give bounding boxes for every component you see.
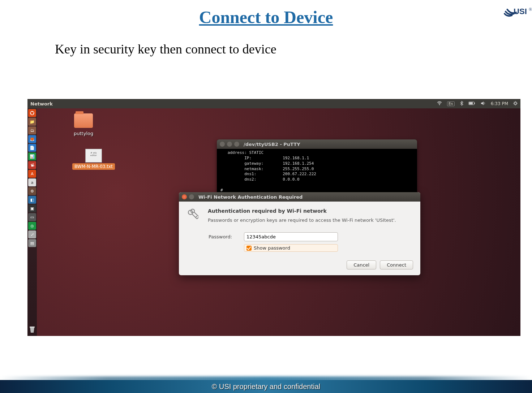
settings-icon[interactable]: ⚙	[28, 187, 36, 195]
svg-rect-3	[474, 103, 475, 104]
window-max-icon[interactable]	[234, 142, 239, 147]
files2-icon[interactable]: 🗂	[28, 126, 36, 134]
topbar-indicators: En 6:33 PM	[437, 101, 518, 107]
firefox-icon[interactable]: 🦊	[28, 135, 36, 143]
app-a-icon[interactable]: a	[28, 178, 36, 186]
svg-line-11	[516, 104, 517, 105]
password-label: Password:	[209, 234, 244, 239]
unity-launcher: 📁 🗂 🦊 📄 📊 📽 A a ⚙ ◧ ▣ ▭ ◎ ⤢ ▤	[27, 108, 37, 336]
dialog-close-icon[interactable]	[182, 194, 187, 199]
drive-icon[interactable]: ▤	[28, 239, 36, 247]
desktop-file[interactable]: # wla editor BWM-N-MR-03.txt	[72, 149, 115, 170]
topbar-title: Network	[30, 101, 53, 107]
desktop-topbar: Network En 6:33 PM	[27, 99, 520, 108]
connect-button[interactable]: Connect	[380, 260, 413, 269]
checkbox-checked-icon	[246, 246, 252, 251]
battery-icon[interactable]	[468, 101, 476, 106]
file-label: BWM-N-MR-03.txt	[72, 163, 115, 170]
software-icon[interactable]: A	[28, 170, 36, 178]
svg-point-16	[30, 113, 31, 115]
terminal-icon[interactable]: ▣	[28, 204, 36, 212]
cancel-button[interactable]: Cancel	[347, 260, 376, 269]
bluetooth-icon[interactable]	[460, 101, 463, 107]
window-close-icon[interactable]	[220, 142, 225, 147]
wifi-icon[interactable]	[437, 101, 442, 107]
impress-icon[interactable]: 📽	[28, 161, 36, 169]
password-input[interactable]	[244, 232, 338, 241]
svg-rect-18	[30, 327, 35, 328]
language-indicator[interactable]: En	[447, 102, 455, 106]
writer-icon[interactable]: 📄	[28, 144, 36, 152]
svg-rect-4	[469, 102, 473, 104]
window-min-icon[interactable]	[227, 142, 232, 147]
trash-icon[interactable]	[29, 326, 35, 333]
gear-icon[interactable]	[513, 101, 518, 107]
usi-logo: USI ®	[503, 4, 532, 19]
svg-line-12	[516, 102, 517, 102]
ubuntu-screenshot: Network En 6:33 PM 📁 🗂 🦊 📄	[27, 99, 520, 336]
auth-title-text: Wi-Fi Network Authentication Required	[198, 194, 303, 200]
show-password-label: Show password	[254, 245, 290, 251]
calc-icon[interactable]: 📊	[28, 152, 36, 160]
svg-line-10	[514, 102, 514, 102]
wifi-auth-dialog: Wi-Fi Network Authentication Required	[179, 192, 420, 275]
clock[interactable]: 6:33 PM	[491, 101, 508, 106]
folder-icon	[74, 113, 93, 128]
slide-title: Connect to Device	[0, 7, 532, 27]
registered-mark: ®	[529, 7, 532, 12]
svg-point-17	[33, 113, 34, 115]
app-grey-icon[interactable]: ▭	[28, 213, 36, 221]
usi-logo-icon: USI	[503, 4, 529, 19]
keys-icon	[186, 208, 201, 224]
svg-point-1	[439, 104, 440, 105]
dash-icon[interactable]	[28, 109, 36, 117]
dialog-min-icon[interactable]	[189, 194, 194, 199]
app-expand-icon[interactable]: ⤢	[28, 230, 36, 238]
show-password-toggle[interactable]: Show password	[244, 244, 338, 252]
svg-point-5	[514, 102, 516, 104]
svg-point-15	[32, 111, 33, 112]
folder-label: puttylog	[74, 131, 93, 136]
desktop-folder[interactable]: puttylog	[74, 113, 93, 136]
auth-titlebar[interactable]: Wi-Fi Network Authentication Required	[179, 192, 420, 202]
svg-line-13	[514, 104, 514, 105]
files-icon[interactable]: 📁	[28, 118, 36, 126]
copyright: © USI proprietary and confidential	[0, 383, 532, 391]
slide-subtitle: Key in security key then connect to devi…	[55, 42, 532, 57]
auth-heading: Authentication required by Wi-Fi network	[208, 208, 396, 214]
app-green-icon[interactable]: ◎	[28, 222, 36, 230]
text-file-icon: # wla editor	[85, 149, 102, 163]
volume-icon[interactable]	[481, 101, 486, 107]
svg-text:USI: USI	[514, 7, 527, 16]
putty-title-text: /dev/ttyUSB2 - PuTTY	[244, 142, 300, 147]
putty-titlebar[interactable]: /dev/ttyUSB2 - PuTTY	[217, 139, 417, 149]
app-blue-icon[interactable]: ◧	[28, 196, 36, 204]
auth-description: Passwords or encryption keys are require…	[208, 217, 396, 223]
